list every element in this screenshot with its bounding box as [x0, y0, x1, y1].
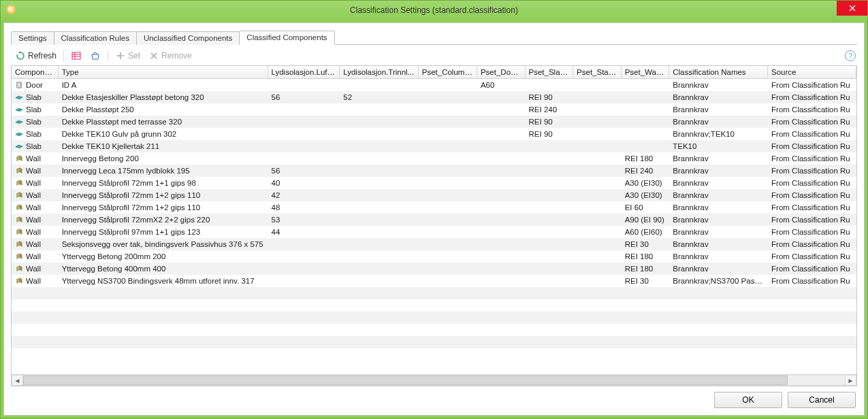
- cell: Yttervegg Betong 200mm 200: [59, 252, 268, 261]
- cell: From Classification Ru: [768, 252, 856, 261]
- table-row[interactable]: WallInnervegg Stålprofil 72mm 1+2 gips 1…: [12, 189, 856, 201]
- cell: From Classification Ru: [768, 129, 856, 139]
- cell: Slab: [12, 105, 59, 114]
- cancel-button[interactable]: Cancel: [788, 392, 856, 408]
- table-row[interactable]: SlabDekke TEK10 Gulv på grunn 302REI 90B…: [12, 128, 856, 140]
- table-row[interactable]: WallInnervegg Stålprofil 97mm 1+1 gips 1…: [12, 226, 856, 238]
- cell: Dekke Plasstøpt 250: [59, 105, 268, 114]
- tab-classified-components[interactable]: Classified Components: [239, 31, 334, 45]
- column-header[interactable]: Component: [12, 66, 59, 78]
- column-header[interactable]: Pset_Stair...: [573, 66, 622, 78]
- table-row[interactable]: WallYttervegg NS3700 Bindingsverk 48mm u…: [12, 275, 856, 287]
- cell: [573, 146, 622, 147]
- column-header[interactable]: Lydisolasjon.Trinnl...: [340, 66, 419, 78]
- cell: [340, 280, 419, 282]
- cell: Brannkrav: [669, 166, 768, 175]
- cell: [340, 219, 419, 220]
- cell: From Classification Ru: [768, 117, 856, 127]
- cell: TEK10: [669, 141, 768, 151]
- svg-rect-5: [18, 83, 20, 88]
- cell: Brannkrav;TEK10: [669, 129, 768, 139]
- close-button[interactable]: [837, 1, 867, 16]
- table-row[interactable]: WallInnervegg Stålprofil 72mm 1+1 gips 9…: [12, 177, 856, 189]
- cell: Innervegg Stålprofil 72mm 1+1 gips 98: [59, 178, 268, 188]
- cell: [573, 219, 622, 220]
- close-icon: [849, 5, 856, 12]
- table-row[interactable]: SlabDekke Etasjeskiller Plasstøpt betong…: [12, 91, 856, 103]
- column-header[interactable]: Pset_Wall...: [622, 66, 670, 78]
- cell: [268, 268, 340, 269]
- scroll-right-arrow[interactable]: ►: [845, 375, 856, 386]
- column-header[interactable]: Lydisolasjon.Luftl...: [268, 66, 340, 78]
- table-row[interactable]: SlabDekke Plasstøpt med terrasse 320REI …: [12, 116, 856, 128]
- cell: Slab: [12, 141, 59, 151]
- cell: From Classification Ru: [768, 93, 856, 102]
- cell: [419, 146, 477, 147]
- cell: 44: [268, 227, 340, 237]
- column-header[interactable]: Type: [59, 66, 268, 78]
- cell: Slab: [12, 93, 59, 102]
- client-area: SettingsClassification RulesUnclassified…: [3, 22, 865, 416]
- cell: [477, 219, 526, 220]
- cell: [340, 158, 419, 159]
- tab-settings[interactable]: Settings: [11, 31, 54, 45]
- table-row[interactable]: WallInnervegg Betong 200REI 180Brannkrav…: [12, 152, 856, 165]
- grid-body[interactable]: DoorID AA60BrannkravFrom Classification …: [12, 79, 856, 374]
- dialog-footer: OK Cancel: [11, 386, 857, 409]
- cell: Yttervegg NS3700 Bindingsverk 48mm utfor…: [59, 276, 268, 286]
- set-label: Set: [128, 51, 140, 61]
- help-button[interactable]: ?: [845, 50, 856, 61]
- table-row[interactable]: SlabDekke Plasstøpt 250REI 240BrannkravF…: [12, 103, 856, 116]
- column-header[interactable]: Classification Names: [669, 66, 768, 78]
- scroll-left-arrow[interactable]: ◄: [12, 375, 23, 386]
- tab-classification-rules[interactable]: Classification Rules: [54, 31, 137, 45]
- table-row[interactable]: WallYttervegg Betong 200mm 200REI 180Bra…: [12, 250, 856, 263]
- cell: A90 (EI 90): [622, 215, 670, 224]
- cell: [419, 133, 477, 135]
- empty-row: [12, 324, 856, 336]
- column-header[interactable]: Source: [768, 66, 856, 78]
- cell: [268, 280, 340, 282]
- cell: [526, 256, 574, 257]
- table-row[interactable]: WallInnervegg Stålprofil 72mmX2 2+2 gips…: [12, 214, 856, 226]
- table-row[interactable]: WallInnervegg Stålprofil 72mm 1+2 gips 1…: [12, 201, 856, 214]
- cell: [526, 268, 574, 269]
- cell: Brannkrav: [669, 252, 768, 261]
- table-row[interactable]: WallInnervegg Leca 175mm lydblokk 19556R…: [12, 165, 856, 177]
- cell: Brannkrav: [669, 239, 768, 249]
- cell: Wall: [12, 239, 59, 249]
- remove-button[interactable]: Remove: [146, 49, 195, 63]
- refresh-label: Refresh: [28, 51, 57, 61]
- table-row[interactable]: DoorID AA60BrannkravFrom Classification …: [12, 79, 856, 91]
- cell: 56: [268, 93, 340, 102]
- scroll-thumb[interactable]: [23, 375, 788, 385]
- tab-strip: SettingsClassification RulesUnclassified…: [11, 30, 857, 45]
- cell: [268, 146, 340, 147]
- cell: From Classification Ru: [768, 239, 856, 249]
- empty-row: [12, 287, 856, 299]
- cell: Brannkrav: [669, 264, 768, 273]
- cell: [573, 158, 622, 159]
- table-row[interactable]: SlabDekke TEK10 Kjellertak 211TEK10From …: [12, 140, 856, 152]
- basket-icon: [90, 50, 101, 61]
- table-row[interactable]: WallSeksjonsvegg over tak, bindingsverk …: [12, 238, 856, 250]
- cell: [340, 146, 419, 147]
- column-header[interactable]: Pset_Slab...: [526, 66, 574, 78]
- column-header[interactable]: Pset_Door...: [477, 66, 526, 78]
- cell: [477, 97, 526, 98]
- scroll-track[interactable]: [23, 375, 845, 386]
- set-button[interactable]: Set: [112, 49, 143, 63]
- export-button-2[interactable]: [87, 49, 103, 63]
- refresh-button[interactable]: Refresh: [12, 49, 59, 63]
- cell: [477, 256, 526, 257]
- ok-button[interactable]: OK: [714, 392, 782, 408]
- table-row[interactable]: WallYttervegg Betong 400mm 400REI 180Bra…: [12, 263, 856, 275]
- horizontal-scrollbar[interactable]: ◄ ►: [12, 374, 856, 386]
- cell: [419, 158, 477, 159]
- tab-unclassified-components[interactable]: Unclassified Components: [136, 31, 240, 45]
- column-header[interactable]: Pset_Column...: [419, 66, 477, 78]
- export-button-1[interactable]: [68, 49, 84, 63]
- cell: [526, 170, 574, 171]
- cell: [268, 121, 340, 122]
- cell: [526, 280, 574, 282]
